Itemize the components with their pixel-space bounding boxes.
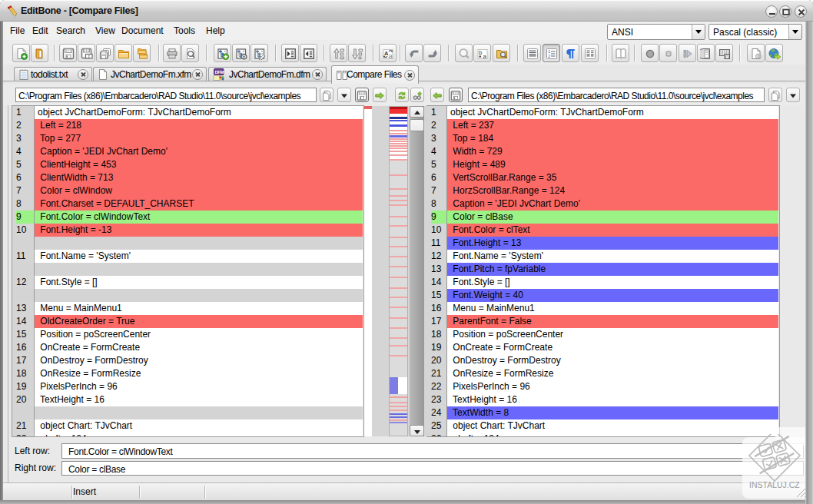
svg-text:a: a <box>388 51 393 60</box>
svg-text:DFM: DFM <box>215 69 224 74</box>
svg-text:o: o <box>758 54 761 59</box>
svg-text:b: b <box>479 49 482 56</box>
